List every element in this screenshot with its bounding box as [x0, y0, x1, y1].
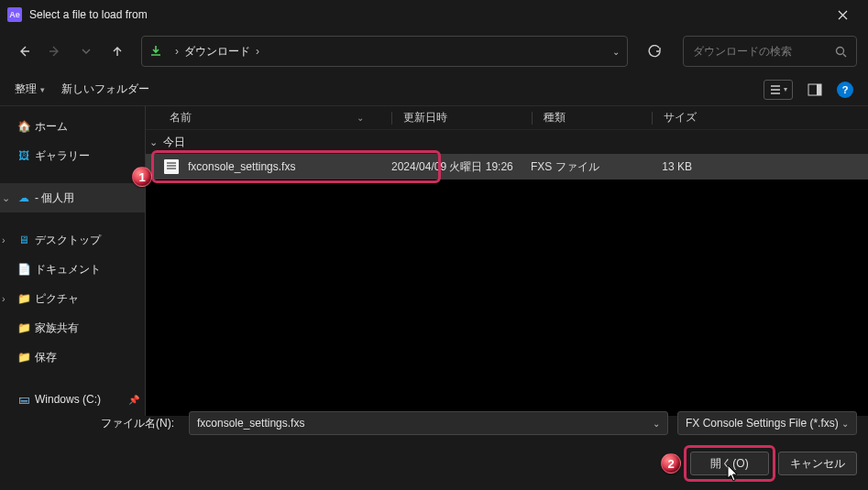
group-today[interactable]: ⌄ 今日	[146, 130, 868, 154]
breadcrumb-sep: ›	[256, 45, 259, 58]
arrow-right-icon	[49, 45, 61, 58]
gallery-icon: 🖼	[16, 148, 31, 163]
chevron-right-icon[interactable]: ›	[2, 293, 15, 304]
organize-menu[interactable]: 整理 ▾	[15, 82, 45, 97]
svg-point-0	[837, 47, 844, 54]
cursor-icon	[726, 464, 741, 483]
preview-pane-icon	[808, 83, 822, 96]
column-headers: 名前⌄ 更新日時 種類 サイズ	[146, 106, 868, 130]
filename-label: ファイル名(N):	[11, 416, 180, 431]
address-dropdown[interactable]: ⌄	[612, 47, 620, 57]
back-button[interactable]	[11, 38, 37, 64]
sort-indicator-icon: ⌄	[357, 113, 364, 123]
footer: ファイル名(N): fxconsole_settings.fxs ⌄ FX Co…	[0, 402, 868, 490]
preview-pane-button[interactable]	[806, 81, 824, 99]
sidebar-item-pictures[interactable]: ›📁ピクチャ	[0, 284, 145, 313]
col-size[interactable]: サイズ	[664, 110, 728, 125]
search-input[interactable]: ダウンロードの検索	[683, 36, 857, 67]
breadcrumb-location[interactable]: ダウンロード	[184, 44, 250, 60]
view-menu[interactable]: ▾	[764, 80, 793, 100]
refresh-button[interactable]	[639, 36, 670, 67]
desktop-icon: 🖥	[16, 233, 31, 247]
sidebar-item-onedrive[interactable]: ⌄☁- 個人用	[0, 183, 145, 212]
chevron-down-icon[interactable]: ⌄	[653, 419, 660, 429]
sidebar-item-family[interactable]: 📁家族共有	[0, 313, 145, 343]
filetype-filter[interactable]: FX Console Settings File (*.fxs) ⌄	[677, 411, 857, 435]
onedrive-icon: ☁	[16, 191, 31, 205]
recent-button[interactable]	[73, 38, 99, 64]
file-date: 2024/04/09 火曜日 19:26	[391, 159, 531, 175]
chevron-down-icon	[81, 46, 92, 57]
document-icon: 📄	[16, 262, 31, 277]
annotation-step-2: 2	[661, 453, 681, 474]
app-icon: Ae	[7, 7, 22, 22]
sidebar-item-documents[interactable]: 📄ドキュメント	[0, 255, 145, 284]
folder-icon: 📁	[16, 291, 31, 306]
titlebar: Ae Select a file to load from	[0, 0, 868, 29]
sidebar-item-gallery[interactable]: 🖼ギャラリー	[0, 141, 145, 170]
address-bar[interactable]: › ダウンロード › ⌄	[141, 36, 628, 67]
help-button[interactable]: ?	[837, 82, 853, 98]
sidebar-item-saved[interactable]: 📁保存	[0, 343, 145, 372]
sidebar-item-desktop[interactable]: ›🖥デスクトップ	[0, 225, 145, 255]
breadcrumb-sep: ›	[175, 45, 179, 58]
sidebar-item-home[interactable]: 🏠ホーム	[0, 112, 145, 141]
annotation-step-1: 1	[132, 167, 152, 187]
list-view-icon	[770, 84, 781, 95]
forward-button[interactable]	[42, 38, 68, 64]
refresh-icon	[648, 45, 662, 59]
file-row[interactable]: fxconsole_settings.fxs 2024/04/09 火曜日 19…	[146, 154, 868, 180]
cancel-button[interactable]: キャンセル	[778, 452, 857, 475]
toolbar: 整理 ▾ 新しいフォルダー ▾ ?	[0, 73, 868, 106]
folder-icon: 📁	[16, 321, 31, 335]
arrow-up-icon	[111, 45, 124, 58]
chevron-right-icon[interactable]: ›	[2, 234, 15, 245]
filename-input[interactable]: fxconsole_settings.fxs ⌄	[189, 411, 668, 435]
arrow-left-icon	[17, 45, 30, 58]
file-size: 13 KB	[639, 160, 692, 173]
file-list: 名前⌄ 更新日時 種類 サイズ ⌄ 今日 fxconsole_settings.…	[146, 106, 868, 416]
file-type: FXS ファイル	[531, 159, 639, 175]
window-title: Select a file to load from	[29, 8, 824, 21]
file-icon	[164, 159, 179, 174]
chevron-down-icon[interactable]: ⌄	[841, 419, 849, 429]
preview-area	[146, 180, 868, 416]
navbar: › ダウンロード › ⌄ ダウンロードの検索	[0, 29, 868, 73]
search-placeholder: ダウンロードの検索	[693, 44, 792, 60]
up-button[interactable]	[104, 38, 130, 64]
col-date[interactable]: 更新日時	[403, 110, 532, 125]
body: 🏠ホーム 🖼ギャラリー ⌄☁- 個人用 ›🖥デスクトップ 📄ドキュメント ›📁ピ…	[0, 106, 868, 416]
annotation-step-2-wrap: 2	[661, 453, 681, 474]
folder-icon: 📁	[16, 350, 31, 365]
col-type[interactable]: 種類	[544, 110, 652, 125]
file-name: fxconsole_settings.fxs	[188, 160, 391, 173]
new-folder-button[interactable]: 新しいフォルダー	[61, 82, 149, 97]
home-icon: 🏠	[16, 119, 31, 134]
chevron-down-icon[interactable]: ⌄	[2, 192, 15, 204]
search-icon	[835, 46, 847, 58]
col-name[interactable]: 名前	[170, 110, 192, 125]
sidebar: 🏠ホーム 🖼ギャラリー ⌄☁- 個人用 ›🖥デスクトップ 📄ドキュメント ›📁ピ…	[0, 106, 145, 416]
download-icon	[149, 44, 162, 60]
close-button[interactable]	[824, 0, 861, 29]
chevron-down-icon: ⌄	[149, 136, 158, 148]
svg-rect-2	[817, 84, 821, 95]
close-icon	[838, 10, 848, 20]
